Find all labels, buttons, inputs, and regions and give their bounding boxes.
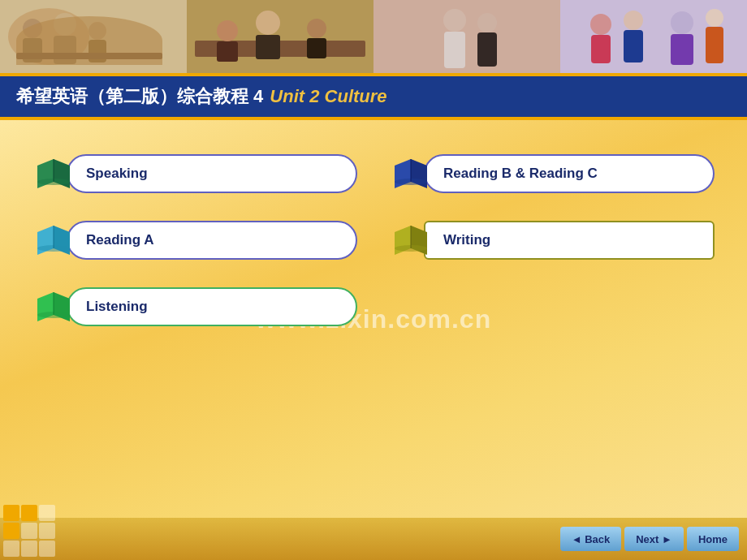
reading-b-book-icon xyxy=(390,153,432,195)
reading-b-label: Reading B & Reading C xyxy=(443,166,598,182)
svg-rect-21 xyxy=(477,32,497,67)
reading-b-item[interactable]: Reading B & Reading C xyxy=(390,153,715,195)
svg-rect-8 xyxy=(16,53,162,59)
speaking-book-icon xyxy=(32,153,75,195)
svg-rect-25 xyxy=(591,35,611,63)
svg-rect-31 xyxy=(706,27,723,63)
writing-item[interactable]: Writing xyxy=(390,219,715,261)
svg-rect-27 xyxy=(624,30,643,62)
svg-rect-12 xyxy=(217,41,238,62)
next-button[interactable]: Next ► xyxy=(624,527,684,551)
svg-point-11 xyxy=(217,20,238,41)
photo-2 xyxy=(187,0,374,73)
svg-rect-10 xyxy=(195,41,365,57)
svg-rect-23 xyxy=(560,0,747,73)
bottom-tiles xyxy=(0,502,58,560)
reading-b-button[interactable]: Reading B & Reading C xyxy=(424,154,715,193)
tile-6 xyxy=(39,523,55,539)
speaking-label: Speaking xyxy=(86,166,148,182)
tile-5 xyxy=(21,523,37,539)
tile-2 xyxy=(21,505,37,521)
writing-book-icon xyxy=(390,219,432,261)
svg-point-1 xyxy=(8,8,89,65)
tile-3 xyxy=(39,505,55,521)
svg-rect-3 xyxy=(23,38,42,62)
reading-a-book-icon xyxy=(32,219,75,261)
svg-rect-14 xyxy=(256,35,280,59)
home-button[interactable]: Home xyxy=(687,527,739,551)
listening-label: Listening xyxy=(86,299,148,315)
reading-a-label: Reading A xyxy=(86,232,153,248)
photo-3 xyxy=(374,0,560,73)
svg-point-24 xyxy=(590,14,611,35)
title-unit: Unit 2 Culture xyxy=(270,86,386,107)
tile-4 xyxy=(3,523,19,539)
svg-point-26 xyxy=(624,11,643,30)
speaking-item[interactable]: Speaking xyxy=(32,153,357,195)
svg-rect-0 xyxy=(0,0,187,73)
svg-point-6 xyxy=(89,22,106,40)
svg-rect-29 xyxy=(671,34,693,65)
reading-a-item[interactable]: Reading A xyxy=(32,219,357,261)
reading-a-button[interactable]: Reading A xyxy=(67,221,357,260)
svg-rect-16 xyxy=(307,38,326,58)
svg-point-20 xyxy=(477,13,497,32)
title-chinese: 希望英语（第二版）综合教程 4 xyxy=(16,84,263,109)
speaking-button[interactable]: Speaking xyxy=(67,154,357,193)
writing-button[interactable]: Writing xyxy=(424,221,715,260)
bottom-bar: ◄ Back Next ► Home xyxy=(0,518,747,560)
svg-rect-5 xyxy=(54,36,76,64)
svg-point-4 xyxy=(54,13,76,36)
photo-1 xyxy=(0,0,187,73)
svg-rect-9 xyxy=(187,0,374,73)
listening-item[interactable]: Listening xyxy=(32,286,357,328)
svg-point-15 xyxy=(307,19,326,38)
svg-point-13 xyxy=(256,11,280,35)
main-content: www.zixin.com.cn Speaking xyxy=(0,120,747,518)
svg-point-18 xyxy=(443,9,466,32)
tile-1 xyxy=(3,505,19,521)
svg-rect-19 xyxy=(444,32,465,68)
svg-rect-17 xyxy=(374,0,560,73)
listening-button[interactable]: Listening xyxy=(67,287,357,326)
tile-8 xyxy=(21,541,37,557)
svg-rect-7 xyxy=(89,40,106,62)
title-bar: 希望英语（第二版）综合教程 4 Unit 2 Culture xyxy=(0,73,747,120)
menu-grid: Speaking Reading B & Reading C xyxy=(32,153,715,328)
tile-7 xyxy=(3,541,19,557)
back-button[interactable]: ◄ Back xyxy=(560,527,622,551)
svg-point-2 xyxy=(23,19,42,38)
tile-9 xyxy=(39,541,55,557)
svg-point-30 xyxy=(706,9,723,27)
svg-point-28 xyxy=(671,11,693,34)
listening-book-icon xyxy=(32,286,75,328)
svg-rect-22 xyxy=(374,0,560,73)
photo-strip xyxy=(0,0,747,73)
photo-4 xyxy=(560,0,747,73)
writing-label: Writing xyxy=(443,232,490,248)
